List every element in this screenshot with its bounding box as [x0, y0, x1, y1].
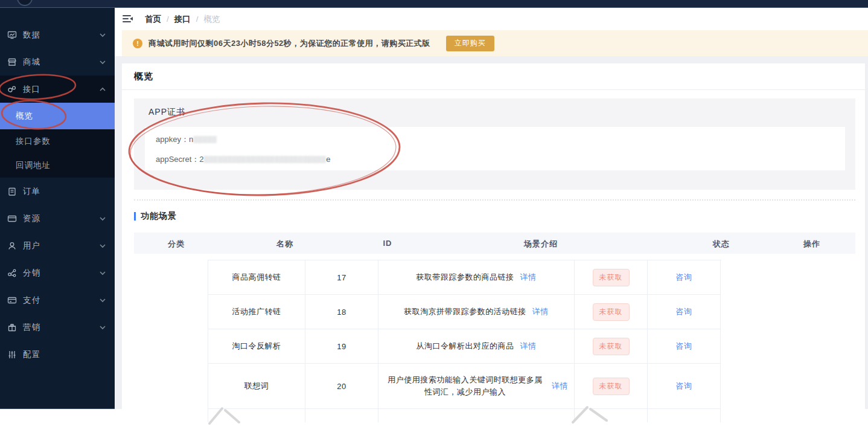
scenes-section-header: 功能场景 [134, 211, 177, 222]
scene-description-text: 用户使用搜索功能输入关键词时联想更多属性词汇，减少用户输入 [385, 374, 546, 398]
scene-name: 商品高佣转链 [208, 260, 305, 295]
scene-name: 联想词 [208, 364, 305, 409]
scene-status-cell: 未获取 [575, 260, 648, 295]
scenes-table-body: 商品高佣转链 17 获取带跟踪参数的商品链接 详情 未获取 咨询 活动推广转链 … [208, 260, 721, 422]
column-header-id: ID [383, 239, 392, 248]
overview-card: 概览 APP证书 appkey：n▒▒▒▒▒ appSecret：2▒▒▒▒▒▒… [122, 63, 865, 435]
buy-now-button[interactable]: 立即购买 [446, 36, 494, 51]
consult-link[interactable]: 咨询 [676, 381, 692, 392]
consult-link[interactable]: 咨询 [676, 306, 692, 317]
payment-icon [7, 295, 17, 305]
dotted-divider [134, 199, 855, 201]
scene-description: 从淘口令解析出对应的商品 详情 [378, 329, 575, 364]
chevron-down-icon [99, 297, 106, 304]
sidebar-item-label: 配置 [23, 349, 106, 360]
sidebar-group-api: 接口 概览 接口参数 回调地址 [0, 76, 115, 178]
page-background-strip [865, 63, 868, 409]
scene-description: 获取淘京拼带跟踪参数的活动链接 详情 [378, 295, 575, 329]
status-badge: 未获取 [593, 269, 630, 286]
sidebar-item-data[interactable]: 数据 [0, 21, 115, 48]
sidebar-item-api-params[interactable]: 接口参数 [0, 129, 115, 153]
trial-alert-message: 商城试用时间仅剩06天23小时58分52秒，为保证您的正常使用，请购买正式版 [148, 38, 430, 49]
scene-name: 活动推广转链 [208, 295, 305, 329]
sidebar-item-mall[interactable]: 商城 [0, 48, 115, 76]
chevron-down-icon [99, 324, 106, 331]
status-badge: 未获取 [593, 338, 630, 355]
scene-id: 17 [305, 260, 378, 295]
scenes-section-title: 功能场景 [141, 211, 177, 222]
scene-description-text: 从淘口令解析出对应的商品 [416, 340, 514, 352]
sidebar-item-users[interactable]: 用户 [0, 232, 115, 259]
breadcrumb-separator: / [196, 14, 199, 24]
sidebar-item-distribution[interactable]: 分销 [0, 259, 115, 286]
collapse-menu-icon[interactable] [123, 15, 133, 24]
appsecret-label: appSecret： [156, 155, 199, 164]
shop-icon [7, 57, 17, 67]
chevron-down-icon [99, 59, 106, 66]
distribution-icon [7, 268, 17, 278]
resource-icon [7, 214, 17, 224]
column-header-status: 状态 [713, 239, 730, 250]
detail-link[interactable]: 详情 [552, 380, 568, 392]
scene-action-cell: 咨询 [648, 295, 721, 329]
page-background-band [115, 56, 868, 63]
top-navbar: 首页 / 接口 / 概览 [115, 8, 868, 30]
certificate-title: APP证书 [148, 107, 185, 118]
table-row: 活动推广转链 18 获取淘京拼带跟踪参数的活动链接 详情 未获取 咨询 [208, 295, 721, 329]
scene-id: 19 [305, 329, 378, 364]
detail-link[interactable]: 详情 [532, 306, 549, 318]
sidebar-item-label: 支付 [23, 295, 99, 306]
consult-link[interactable]: 咨询 [676, 272, 692, 283]
breadcrumb-home[interactable]: 首页 [145, 14, 161, 25]
chevron-up-icon [99, 86, 106, 93]
column-header-action: 操作 [803, 239, 820, 250]
scene-description: 获取带跟踪参数的商品链接 详情 [378, 260, 575, 295]
monitor-icon [7, 30, 17, 40]
page-title: 概览 [134, 71, 153, 82]
column-header-category: 分类 [168, 239, 185, 250]
sidebar-item-orders[interactable]: 订单 [0, 178, 115, 205]
section-accent-bar [134, 212, 136, 221]
sidebar-item-label: 营销 [23, 322, 99, 333]
scene-id: 18 [305, 295, 378, 329]
sidebar-item-label: 用户 [23, 240, 99, 251]
scene-description-text: 获取淘京拼带跟踪参数的活动链接 [404, 306, 526, 318]
sidebar-item-payment[interactable]: 支付 [0, 286, 115, 314]
status-badge: 未获取 [593, 303, 630, 321]
sidebar-item-overview[interactable]: 概览 [0, 103, 115, 129]
scene-status-cell: 未获取 [575, 329, 648, 364]
sidebar-nav: 数据 商城 接口 概览 接口参数 [0, 8, 115, 368]
page-background-strip [115, 63, 122, 409]
appkey-masked-value: ▒▒▒▒▒ [193, 135, 217, 143]
certificate-values-box: appkey：n▒▒▒▒▒ appSecret：2▒▒▒▒▒▒▒▒▒▒▒▒▒▒▒… [145, 127, 845, 170]
sidebar-subitem-label: 概览 [16, 111, 33, 121]
detail-link[interactable]: 详情 [520, 271, 537, 283]
status-badge: 未获取 [593, 378, 630, 395]
scene-action-cell: 咨询 [648, 364, 721, 409]
logo [17, 0, 33, 6]
appkey-label: appkey： [156, 135, 189, 144]
exclamation-circle-icon: ! [133, 39, 142, 48]
chevron-down-icon [99, 215, 106, 222]
scene-status-cell: 未获取 [575, 364, 648, 409]
appsecret-masked-value: ▒▒▒▒▒▒▒▒▒▒▒▒▒▒▒▒▒▒▒▒▒▒▒▒▒▒ [204, 155, 327, 163]
appsecret-value-suffix: e [326, 155, 330, 164]
app-certificate-panel: APP证书 appkey：n▒▒▒▒▒ appSecret：2▒▒▒▒▒▒▒▒▒… [134, 98, 855, 190]
sidebar-subitem-label: 接口参数 [16, 136, 51, 147]
consult-link[interactable]: 咨询 [676, 341, 692, 352]
sidebar-item-marketing[interactable]: 营销 [0, 314, 115, 341]
detail-link[interactable]: 详情 [520, 340, 537, 352]
sidebar-item-resources[interactable]: 资源 [0, 205, 115, 232]
sidebar-item-api[interactable]: 接口 [0, 76, 115, 103]
order-icon [7, 187, 17, 196]
marketing-icon [7, 323, 17, 332]
sidebar-item-callback-address[interactable]: 回调地址 [0, 153, 115, 178]
chevron-down-icon [99, 31, 106, 39]
table-row: 商品高佣转链 17 获取带跟踪参数的商品链接 详情 未获取 咨询 [208, 260, 721, 295]
sidebar-item-config[interactable]: 配置 [0, 341, 115, 368]
appsecret-row: appSecret：2▒▒▒▒▒▒▒▒▒▒▒▒▒▒▒▒▒▒▒▒▒▒▒▒▒▒e [156, 154, 330, 165]
user-icon [7, 241, 17, 251]
breadcrumb-api[interactable]: 接口 [174, 14, 191, 25]
scene-name: 淘口令反解析 [208, 329, 305, 364]
sidebar-item-label: 分销 [23, 268, 99, 279]
